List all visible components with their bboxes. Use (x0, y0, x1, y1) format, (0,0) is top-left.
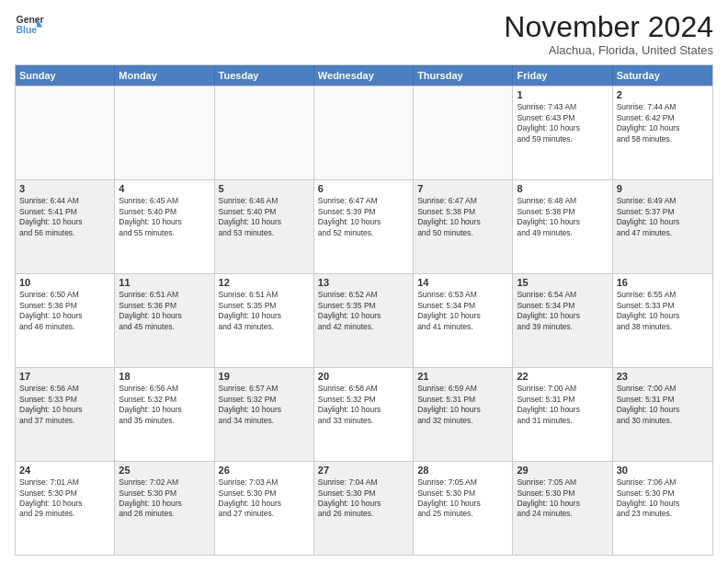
day-number: 3 (19, 183, 110, 194)
calendar-cell: 11Sunrise: 6:51 AM Sunset: 5:36 PM Dayli… (115, 274, 214, 367)
calendar-cell: 21Sunrise: 6:59 AM Sunset: 5:31 PM Dayli… (414, 368, 513, 461)
day-number: 12 (219, 277, 310, 288)
calendar-cell: 12Sunrise: 6:51 AM Sunset: 5:35 PM Dayli… (215, 274, 314, 367)
day-number: 29 (517, 465, 608, 476)
calendar-row: 17Sunrise: 6:56 AM Sunset: 5:33 PM Dayli… (16, 367, 712, 461)
cell-info: Sunrise: 6:50 AM Sunset: 5:36 PM Dayligh… (19, 290, 110, 332)
calendar-cell: 30Sunrise: 7:06 AM Sunset: 5:30 PM Dayli… (613, 462, 712, 555)
day-number: 24 (19, 465, 110, 476)
cell-info: Sunrise: 7:43 AM Sunset: 6:43 PM Dayligh… (517, 102, 608, 144)
day-number: 30 (617, 465, 709, 476)
cell-info: Sunrise: 6:51 AM Sunset: 5:35 PM Dayligh… (219, 290, 310, 332)
cell-info: Sunrise: 6:49 AM Sunset: 5:37 PM Dayligh… (617, 196, 709, 238)
day-number: 9 (617, 183, 709, 194)
svg-text:Blue: Blue (17, 25, 38, 35)
calendar-cell: 28Sunrise: 7:05 AM Sunset: 5:30 PM Dayli… (414, 462, 513, 555)
calendar-cell (115, 86, 214, 179)
day-number: 25 (119, 465, 210, 476)
cell-info: Sunrise: 6:47 AM Sunset: 5:39 PM Dayligh… (318, 196, 409, 238)
day-number: 5 (219, 183, 310, 194)
calendar-cell: 6Sunrise: 6:47 AM Sunset: 5:39 PM Daylig… (314, 180, 414, 273)
calendar-cell (215, 86, 314, 179)
calendar-cell: 25Sunrise: 7:02 AM Sunset: 5:30 PM Dayli… (115, 462, 214, 555)
cell-info: Sunrise: 6:44 AM Sunset: 5:41 PM Dayligh… (19, 196, 110, 238)
day-number: 1 (517, 89, 608, 100)
day-number: 7 (417, 183, 508, 194)
title-block: November 2024 Alachua, Florida, United S… (504, 11, 713, 57)
cell-info: Sunrise: 6:51 AM Sunset: 5:36 PM Dayligh… (119, 290, 210, 332)
day-number: 23 (617, 371, 709, 382)
calendar-cell: 29Sunrise: 7:05 AM Sunset: 5:30 PM Dayli… (513, 462, 612, 555)
day-number: 10 (19, 277, 110, 288)
cell-info: Sunrise: 7:00 AM Sunset: 5:31 PM Dayligh… (617, 384, 709, 426)
day-number: 13 (318, 277, 409, 288)
calendar-cell: 9Sunrise: 6:49 AM Sunset: 5:37 PM Daylig… (613, 180, 712, 273)
day-number: 11 (119, 277, 210, 288)
cell-info: Sunrise: 7:05 AM Sunset: 5:30 PM Dayligh… (517, 477, 608, 520)
cell-info: Sunrise: 7:06 AM Sunset: 5:30 PM Dayligh… (617, 477, 709, 520)
cell-info: Sunrise: 6:53 AM Sunset: 5:34 PM Dayligh… (417, 290, 508, 332)
cell-info: Sunrise: 6:46 AM Sunset: 5:40 PM Dayligh… (219, 196, 310, 238)
cell-info: Sunrise: 6:59 AM Sunset: 5:31 PM Dayligh… (417, 384, 508, 426)
cell-info: Sunrise: 6:45 AM Sunset: 5:40 PM Dayligh… (119, 196, 210, 238)
calendar-row: 3Sunrise: 6:44 AM Sunset: 5:41 PM Daylig… (16, 179, 712, 273)
calendar-cell: 4Sunrise: 6:45 AM Sunset: 5:40 PM Daylig… (115, 180, 214, 273)
calendar-cell: 24Sunrise: 7:01 AM Sunset: 5:30 PM Dayli… (16, 462, 115, 555)
cell-info: Sunrise: 7:44 AM Sunset: 6:42 PM Dayligh… (617, 102, 709, 144)
cell-info: Sunrise: 6:56 AM Sunset: 5:33 PM Dayligh… (19, 384, 110, 426)
day-number: 18 (119, 371, 210, 382)
day-number: 27 (318, 465, 409, 476)
calendar-cell: 8Sunrise: 6:48 AM Sunset: 5:38 PM Daylig… (513, 180, 612, 273)
day-number: 20 (318, 371, 409, 382)
cell-info: Sunrise: 6:57 AM Sunset: 5:32 PM Dayligh… (219, 384, 310, 426)
day-number: 14 (417, 277, 508, 288)
calendar-cell: 27Sunrise: 7:04 AM Sunset: 5:30 PM Dayli… (314, 462, 414, 555)
day-number: 21 (417, 371, 508, 382)
cell-info: Sunrise: 7:01 AM Sunset: 5:30 PM Dayligh… (19, 477, 110, 520)
calendar-cell: 14Sunrise: 6:53 AM Sunset: 5:34 PM Dayli… (414, 274, 513, 367)
cell-info: Sunrise: 6:47 AM Sunset: 5:38 PM Dayligh… (417, 196, 508, 238)
calendar-body: 1Sunrise: 7:43 AM Sunset: 6:43 PM Daylig… (16, 86, 712, 555)
calendar-cell: 2Sunrise: 7:44 AM Sunset: 6:42 PM Daylig… (613, 86, 712, 179)
calendar-cell: 23Sunrise: 7:00 AM Sunset: 5:31 PM Dayli… (613, 368, 712, 461)
cell-info: Sunrise: 7:05 AM Sunset: 5:30 PM Dayligh… (417, 477, 508, 520)
day-number: 4 (119, 183, 210, 194)
calendar-cell: 17Sunrise: 6:56 AM Sunset: 5:33 PM Dayli… (16, 368, 115, 461)
cell-info: Sunrise: 6:52 AM Sunset: 5:35 PM Dayligh… (318, 290, 409, 332)
day-number: 26 (219, 465, 310, 476)
calendar-cell: 10Sunrise: 6:50 AM Sunset: 5:36 PM Dayli… (16, 274, 115, 367)
day-number: 28 (417, 465, 508, 476)
cell-info: Sunrise: 6:54 AM Sunset: 5:34 PM Dayligh… (517, 290, 608, 332)
cell-info: Sunrise: 6:55 AM Sunset: 5:33 PM Dayligh… (617, 290, 709, 332)
location: Alachua, Florida, United States (504, 43, 713, 57)
calendar-cell (414, 86, 513, 179)
page: General Blue November 2024 Alachua, Flor… (0, 0, 728, 563)
calendar-cell: 7Sunrise: 6:47 AM Sunset: 5:38 PM Daylig… (414, 180, 513, 273)
day-number: 15 (517, 277, 608, 288)
calendar-cell: 3Sunrise: 6:44 AM Sunset: 5:41 PM Daylig… (16, 180, 115, 273)
logo: General Blue (15, 11, 44, 40)
cell-info: Sunrise: 6:48 AM Sunset: 5:38 PM Dayligh… (517, 196, 608, 238)
day-number: 8 (517, 183, 608, 194)
logo-icon: General Blue (15, 11, 44, 40)
calendar-row: 1Sunrise: 7:43 AM Sunset: 6:43 PM Daylig… (16, 86, 712, 179)
day-number: 19 (219, 371, 310, 382)
month-title: November 2024 (504, 11, 713, 43)
calendar-cell: 26Sunrise: 7:03 AM Sunset: 5:30 PM Dayli… (215, 462, 314, 555)
day-number: 17 (19, 371, 110, 382)
calendar-cell: 19Sunrise: 6:57 AM Sunset: 5:32 PM Dayli… (215, 368, 314, 461)
cell-info: Sunrise: 6:58 AM Sunset: 5:32 PM Dayligh… (318, 384, 409, 426)
calendar-cell (16, 86, 115, 179)
calendar-header: SundayMondayTuesdayWednesdayThursdayFrid… (16, 65, 712, 86)
calendar-cell: 13Sunrise: 6:52 AM Sunset: 5:35 PM Dayli… (314, 274, 414, 367)
calendar-cell: 5Sunrise: 6:46 AM Sunset: 5:40 PM Daylig… (215, 180, 314, 273)
weekday-header: Monday (115, 65, 214, 86)
weekday-header: Tuesday (215, 65, 314, 86)
calendar-cell: 22Sunrise: 7:00 AM Sunset: 5:31 PM Dayli… (513, 368, 612, 461)
weekday-header: Saturday (613, 65, 712, 86)
day-number: 16 (617, 277, 709, 288)
day-number: 6 (318, 183, 409, 194)
cell-info: Sunrise: 7:03 AM Sunset: 5:30 PM Dayligh… (219, 477, 310, 520)
calendar-cell: 15Sunrise: 6:54 AM Sunset: 5:34 PM Dayli… (513, 274, 612, 367)
weekday-header: Friday (513, 65, 612, 86)
